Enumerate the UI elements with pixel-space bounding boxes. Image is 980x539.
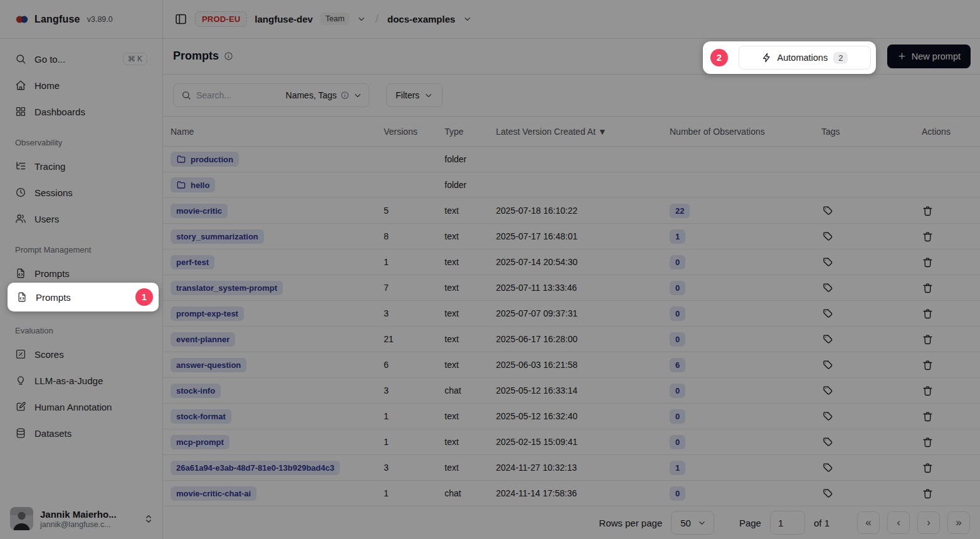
- tour-overlay[interactable]: [0, 0, 980, 539]
- automations-button[interactable]: Automations 2: [739, 46, 871, 70]
- tour-step-1-badge: 1: [135, 288, 153, 306]
- tour-step-2-badge: 2: [710, 49, 728, 66]
- file-code-icon: [16, 291, 28, 303]
- zap-icon: [762, 53, 772, 63]
- automations-count-badge: 2: [833, 52, 848, 64]
- tour-highlight-automations: 2 Automations 2: [703, 41, 876, 74]
- sidebar-item-label: Prompts: [36, 292, 127, 303]
- tour-highlight-prompts[interactable]: Prompts 1: [8, 283, 159, 311]
